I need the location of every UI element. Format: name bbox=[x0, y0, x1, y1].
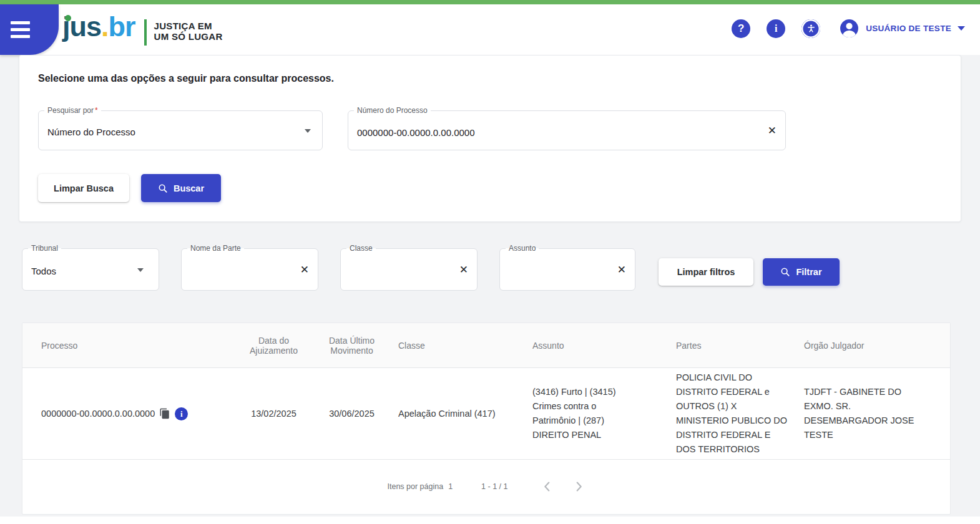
column-header-orgao-julgador: Órgão Julgador bbox=[796, 341, 933, 351]
help-icon[interactable]: ? bbox=[732, 19, 750, 38]
search-by-label-text: Pesquisar por bbox=[47, 106, 94, 115]
column-header-processo: Processo bbox=[41, 341, 235, 351]
search-card: Selecione uma das opções a seguir para c… bbox=[19, 55, 961, 222]
partes-cell: POLICIA CIVIL DO DISTRITO FEDERAL e OUTR… bbox=[669, 371, 796, 457]
user-menu-button[interactable]: USUÁRIO DE TESTE bbox=[839, 18, 965, 39]
select-caret-icon bbox=[137, 268, 144, 272]
table-row[interactable]: 0000000-00.0000.0.00.0000 i 13/02/2025 3… bbox=[22, 368, 950, 460]
column-header-data-ultimo-movimento: Data Último Movimento bbox=[313, 336, 391, 356]
assunto-field: Assunto ✕ bbox=[499, 248, 635, 291]
filter-button-label: Filtrar bbox=[796, 267, 821, 277]
clear-field-icon[interactable]: ✕ bbox=[768, 125, 777, 136]
clear-field-icon[interactable]: ✕ bbox=[617, 264, 626, 275]
page-range-label: 1 - 1 / 1 bbox=[481, 482, 507, 491]
info-icon[interactable]: i bbox=[767, 19, 785, 38]
logo-wordmark: jus.br bbox=[62, 12, 135, 42]
items-per-page-label: Itens por página bbox=[388, 482, 444, 491]
items-per-page-select[interactable]: 1 bbox=[448, 482, 453, 491]
assunto-input[interactable] bbox=[509, 249, 606, 290]
search-button[interactable]: Buscar bbox=[141, 174, 221, 202]
column-header-data-ajuizamento: Data do Ajuizamento bbox=[235, 336, 313, 356]
menu-button[interactable] bbox=[0, 4, 59, 55]
row-info-icon[interactable]: i bbox=[175, 407, 188, 420]
accessibility-icon[interactable] bbox=[801, 19, 820, 38]
logo-separator bbox=[144, 19, 147, 46]
data-ultimo-movimento-cell: 30/06/2025 bbox=[313, 407, 391, 421]
table-header-row: Processo Data do Ajuizamento Data Último… bbox=[22, 323, 950, 368]
app-header: jus.br JUSTIÇA EM UM SÓ LUGAR ? i bbox=[0, 4, 980, 55]
tribunal-select[interactable]: Tribunal Todos bbox=[22, 248, 159, 291]
search-by-value: Número do Processo bbox=[47, 127, 135, 137]
column-header-classe: Classe bbox=[391, 341, 525, 351]
search-by-label: Pesquisar por* bbox=[44, 106, 101, 115]
logo-j-dot bbox=[65, 15, 71, 21]
search-instructions: Selecione uma das opções a seguir para c… bbox=[38, 73, 334, 84]
tribunal-value: Todos bbox=[31, 266, 56, 276]
process-number-input[interactable] bbox=[357, 111, 757, 150]
classe-field: Classe ✕ bbox=[340, 248, 478, 291]
column-header-assunto: Assunto bbox=[525, 341, 669, 351]
tribunal-label: Tribunal bbox=[28, 244, 61, 253]
search-by-select[interactable]: Pesquisar por* Número do Processo bbox=[38, 110, 323, 150]
logo-tagline: JUSTIÇA EM UM SÓ LUGAR bbox=[154, 21, 223, 42]
column-header-partes: Partes bbox=[669, 341, 796, 351]
paginator: Itens por página 1 1 - 1 / 1 bbox=[22, 459, 950, 514]
logo-dot: . bbox=[101, 11, 109, 42]
orgao-julgador-cell: TJDFT - GABINETE DO EXMO. SR. DESEMBARGA… bbox=[796, 385, 933, 442]
tagline-line2: UM SÓ LUGAR bbox=[154, 31, 223, 42]
search-button-label: Buscar bbox=[174, 183, 204, 193]
process-number-field: Número do Processo ✕ bbox=[348, 110, 786, 150]
previous-page-button[interactable] bbox=[541, 480, 554, 493]
magnifier-icon bbox=[780, 267, 790, 277]
help-glyph: ? bbox=[738, 22, 744, 35]
clear-filters-button[interactable]: Limpar filtros bbox=[659, 258, 753, 286]
clear-field-icon[interactable]: ✕ bbox=[459, 264, 468, 275]
info-glyph: i bbox=[775, 23, 777, 34]
user-name: USUÁRIO DE TESTE bbox=[866, 24, 951, 33]
clear-field-icon[interactable]: ✕ bbox=[300, 264, 309, 275]
next-page-button[interactable] bbox=[572, 480, 586, 493]
classe-input[interactable] bbox=[350, 249, 448, 290]
hamburger-icon bbox=[11, 21, 30, 38]
required-asterisk: * bbox=[95, 106, 98, 115]
party-name-input[interactable] bbox=[190, 249, 289, 290]
filter-button[interactable]: Filtrar bbox=[763, 258, 840, 286]
magnifier-icon bbox=[158, 183, 168, 193]
data-ajuizamento-cell: 13/02/2025 bbox=[235, 407, 313, 421]
content-copy-icon[interactable] bbox=[159, 408, 170, 419]
clear-search-button[interactable]: Limpar Busca bbox=[38, 174, 129, 202]
assunto-cell: (3416) Furto | (3415) Crimes contra o Pa… bbox=[525, 385, 669, 442]
universal-access-glyph bbox=[806, 24, 816, 33]
tagline-line1: JUSTIÇA EM bbox=[154, 21, 223, 31]
account-circle-icon bbox=[839, 18, 860, 39]
top-green-bar bbox=[0, 0, 980, 4]
chevron-down-icon bbox=[958, 26, 965, 31]
header-actions: ? i USUÁRIO DE TESTE bbox=[715, 18, 965, 39]
clear-filters-label: Limpar filtros bbox=[677, 267, 735, 277]
party-name-field: Nome da Parte ✕ bbox=[181, 248, 318, 291]
logo-br: br bbox=[109, 11, 135, 42]
process-number-value: 0000000-00.0000.0.00.0000 bbox=[41, 407, 155, 421]
clear-search-label: Limpar Busca bbox=[54, 183, 114, 193]
select-caret-icon bbox=[305, 129, 311, 133]
info-glyph: i bbox=[180, 407, 183, 421]
jusbr-logo[interactable]: jus.br JUSTIÇA EM UM SÓ LUGAR bbox=[62, 12, 223, 46]
processo-cell: 0000000-00.0000.0.00.0000 i bbox=[41, 407, 235, 421]
results-table: Processo Data do Ajuizamento Data Último… bbox=[22, 323, 951, 515]
classe-cell: Apelação Criminal (417) bbox=[391, 407, 525, 421]
